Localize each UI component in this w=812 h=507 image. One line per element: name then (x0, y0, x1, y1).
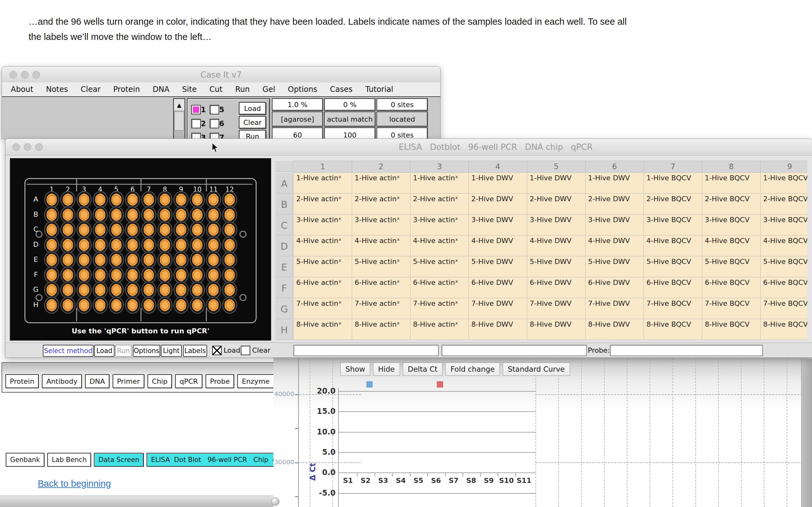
table-cell-B3[interactable]: 2-Hive actinˣ (410, 193, 468, 214)
primer-button[interactable]: Primer (113, 374, 144, 388)
well-D1[interactable] (45, 237, 58, 252)
well-D5[interactable] (110, 237, 123, 252)
well-D6[interactable] (126, 237, 139, 252)
well-G3[interactable] (78, 282, 91, 297)
table-col-header-5[interactable]: 5 (527, 161, 585, 172)
well-G9[interactable] (174, 282, 188, 297)
well-E1[interactable] (45, 252, 58, 268)
lane-checkbox-2[interactable] (191, 119, 201, 128)
table-cell-A7[interactable]: 1-Hive BQCV (644, 173, 702, 193)
well-H8[interactable] (158, 297, 171, 313)
delta-ct-button[interactable]: Delta Ct (403, 362, 443, 376)
table-row-header-D[interactable]: D (275, 236, 293, 257)
table-cell-F3[interactable]: 6-Hive actinˣ (410, 277, 468, 298)
menu-site[interactable]: Site (182, 85, 197, 94)
table-cell-A8[interactable]: 1-Hive BQCV (702, 173, 760, 193)
well-F1[interactable] (45, 268, 58, 283)
load-checkbox[interactable] (212, 346, 222, 355)
well-F10[interactable] (191, 268, 204, 283)
table-cell-E1[interactable]: 5-Hive actinˣ (294, 257, 352, 277)
table-cell-H2[interactable]: 8-Hive actinˣ (352, 319, 410, 340)
close-window-button[interactable] (12, 143, 20, 151)
well-C11[interactable] (207, 222, 220, 237)
table-cell-B5[interactable]: 2-Hive DWV (527, 193, 585, 214)
table-cell-D7[interactable]: 4-Hive BQCV (644, 235, 702, 256)
table-cell-E2[interactable]: 5-Hive actinˣ (352, 257, 410, 277)
drag-ball[interactable] (271, 498, 280, 506)
table-cell-D8[interactable]: 4-Hive BQCV (702, 235, 760, 256)
well-H3[interactable] (78, 297, 91, 313)
well-A7[interactable] (142, 192, 155, 207)
table-col-header-1[interactable]: 1 (294, 161, 352, 172)
table-cell-F5[interactable]: 6-Hive DWV (527, 277, 585, 298)
lane-checkbox-6[interactable] (210, 119, 219, 128)
well-H5[interactable] (110, 297, 123, 313)
table-row-header-B[interactable]: B (275, 194, 293, 215)
well-B4[interactable] (94, 207, 107, 222)
well-H9[interactable] (174, 297, 188, 313)
lane-checkbox-7[interactable] (210, 133, 219, 139)
well-E10[interactable] (191, 252, 204, 268)
well-G6[interactable] (126, 282, 139, 297)
table-cell-B2[interactable]: 2-Hive actinˣ (352, 193, 410, 214)
table-cell-H9[interactable]: 8-Hive BQCV (761, 319, 807, 340)
table-cell-C2[interactable]: 3-Hive actinˣ (352, 215, 410, 235)
well-D7[interactable] (142, 237, 155, 252)
well-A12[interactable] (223, 192, 236, 207)
table-cell-D4[interactable]: 4-Hive DWV (469, 235, 527, 256)
table-cell-F7[interactable]: 6-Hive BQCV (644, 277, 702, 298)
table-col-header-9[interactable]: 9 (761, 161, 807, 172)
table-cell-H8[interactable]: 8-Hive BQCV (702, 319, 760, 340)
well-D3[interactable] (78, 237, 91, 252)
well-A1[interactable] (45, 192, 58, 207)
table-cell-E7[interactable]: 5-Hive BQCV (644, 257, 702, 277)
well-F4[interactable] (94, 268, 107, 283)
well-C7[interactable] (142, 222, 155, 237)
well-D2[interactable] (61, 237, 74, 252)
table-cell-B8[interactable]: 2-Hive BQCV (702, 193, 760, 214)
minimize-window-button[interactable] (24, 143, 32, 151)
table-cell-H5[interactable]: 8-Hive DWV (527, 319, 585, 340)
tab-genbank[interactable]: Genbank (6, 453, 44, 467)
table-cell-E5[interactable]: 5-Hive DWV (527, 257, 585, 277)
well-F6[interactable] (126, 268, 139, 283)
menu-cases[interactable]: Cases (330, 85, 352, 94)
well-E5[interactable] (110, 252, 123, 268)
clear-checkbox[interactable] (241, 346, 250, 355)
table-cell-B9[interactable]: 2-Hive BQCV (761, 193, 807, 214)
well-E12[interactable] (223, 252, 236, 268)
well-C2[interactable] (61, 222, 74, 237)
table-cell-G7[interactable]: 7-Hive BQCV (644, 298, 702, 319)
table-cell-A6[interactable]: 1-Hive DWV (586, 173, 644, 193)
load-button[interactable]: Load (94, 345, 114, 357)
clear-button[interactable]: Clear (239, 116, 266, 129)
well-F11[interactable] (207, 268, 220, 283)
zoom-window-button[interactable] (35, 143, 43, 151)
well-B7[interactable] (142, 207, 155, 222)
well-G4[interactable] (94, 282, 107, 297)
table-cell-C4[interactable]: 3-Hive DWV (469, 215, 527, 235)
table-cell-C5[interactable]: 3-Hive DWV (527, 215, 585, 235)
well-E9[interactable] (174, 252, 188, 268)
load-button[interactable]: Load (239, 102, 266, 115)
menu-about[interactable]: About (11, 85, 33, 94)
table-cell-A1[interactable]: 1-Hive actinˣ (294, 173, 352, 193)
well-B9[interactable] (174, 207, 188, 222)
table-cell-G1[interactable]: 7-Hive actinˣ (294, 298, 352, 319)
well-B6[interactable] (126, 207, 139, 222)
well-B12[interactable] (223, 207, 236, 222)
menu-cut[interactable]: Cut (209, 85, 222, 94)
well-E3[interactable] (78, 252, 91, 268)
well-A6[interactable] (126, 192, 139, 207)
well-E6[interactable] (126, 252, 139, 268)
well-G2[interactable] (61, 282, 74, 297)
table-cell-C6[interactable]: 3-Hive DWV (586, 215, 644, 235)
well-A5[interactable] (110, 192, 123, 207)
table-cell-F9[interactable]: 6-Hive BQCV (761, 277, 807, 298)
well-F12[interactable] (223, 268, 236, 283)
run-button[interactable]: Run (239, 130, 266, 139)
table-col-header-2[interactable]: 2 (352, 161, 410, 172)
qpcr-titlebar[interactable]: ELISA Dotblot 96-well PCR DNA chip qPCR (5, 139, 812, 156)
well-E7[interactable] (142, 252, 155, 268)
well-D8[interactable] (158, 237, 171, 252)
